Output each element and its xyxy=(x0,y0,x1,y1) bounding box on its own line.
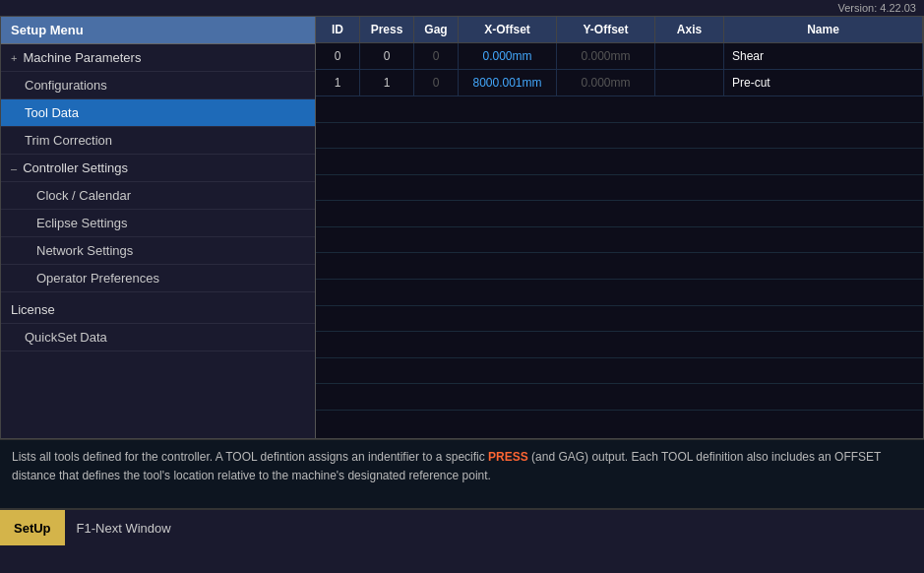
empty-row xyxy=(316,227,923,254)
cell-name-0: Shear xyxy=(724,43,923,69)
empty-row xyxy=(316,149,923,175)
press-highlight: PRESS xyxy=(488,450,528,464)
version-bar: Version: 4.22.03 xyxy=(0,0,924,16)
expand-icon-controller: – xyxy=(11,162,17,174)
cell-id-0: 0 xyxy=(316,43,360,69)
empty-row xyxy=(316,96,923,123)
empty-row xyxy=(316,332,923,358)
sidebar-item-trim-correction[interactable]: Trim Correction xyxy=(1,127,315,155)
col-head-press: Press xyxy=(360,17,414,42)
cell-gag-0: 0 xyxy=(414,43,459,69)
setup-tab[interactable]: SetUp xyxy=(0,510,65,545)
col-head-y-offset: Y-Offset xyxy=(557,17,655,42)
sidebar-header: Setup Menu xyxy=(1,17,315,44)
sidebar-item-eclipse-settings[interactable]: Eclipse Settings xyxy=(1,210,315,237)
content-area: ID Press Gag X-Offset Y-Offset Axis Name… xyxy=(316,17,923,438)
sidebar-item-machine-parameters[interactable]: + Machine Parameters xyxy=(1,44,315,72)
cell-id-1: 1 xyxy=(316,70,360,96)
empty-row xyxy=(316,280,923,306)
sidebar-item-configurations[interactable]: Configurations xyxy=(1,72,315,99)
sidebar-item-controller-settings[interactable]: – Controller Settings xyxy=(1,155,315,182)
table-row[interactable]: 0 0 0 0.000mm 0.000mm Shear xyxy=(316,43,923,70)
table-header: ID Press Gag X-Offset Y-Offset Axis Name xyxy=(316,17,923,43)
description-bar: Lists all tools defined for the controll… xyxy=(0,439,924,508)
description-text: Lists all tools defined for the controll… xyxy=(12,450,881,482)
empty-row xyxy=(316,358,923,385)
sidebar: Setup Menu + Machine Parameters Configur… xyxy=(1,17,316,438)
empty-row xyxy=(316,175,923,202)
cell-yoffset-0: 0.000mm xyxy=(557,43,655,69)
col-head-x-offset: X-Offset xyxy=(459,17,557,42)
status-bar: SetUp F1-Next Window xyxy=(0,508,924,545)
empty-row xyxy=(316,253,923,280)
col-head-axis: Axis xyxy=(655,17,724,42)
cell-press-0: 0 xyxy=(360,43,414,69)
cell-axis-0 xyxy=(655,43,724,69)
empty-row xyxy=(316,384,923,411)
col-head-gag: Gag xyxy=(414,17,459,42)
sidebar-item-clock-calendar[interactable]: Clock / Calendar xyxy=(1,182,315,210)
col-head-name: Name xyxy=(724,17,923,42)
next-window-label: F1-Next Window xyxy=(65,521,183,536)
sidebar-item-quickset-data[interactable]: QuickSet Data xyxy=(1,324,315,351)
sidebar-item-tool-data[interactable]: Tool Data xyxy=(1,99,315,127)
cell-xoffset-1: 8000.001mm xyxy=(459,70,557,96)
cell-yoffset-1: 0.000mm xyxy=(557,70,655,96)
sidebar-item-operator-preferences[interactable]: Operator Preferences xyxy=(1,265,315,292)
empty-row xyxy=(316,201,923,227)
cell-xoffset-0: 0.000mm xyxy=(459,43,557,69)
cell-press-1: 1 xyxy=(360,70,414,96)
sidebar-item-license[interactable]: License xyxy=(1,296,315,324)
col-head-id: ID xyxy=(316,17,360,42)
empty-row xyxy=(316,306,923,333)
empty-row xyxy=(316,123,923,150)
cell-gag-1: 0 xyxy=(414,70,459,96)
cell-axis-1 xyxy=(655,70,724,96)
expand-icon-machine: + xyxy=(11,52,17,64)
sidebar-item-network-settings[interactable]: Network Settings xyxy=(1,237,315,265)
table-row[interactable]: 1 1 0 8000.001mm 0.000mm Pre-cut xyxy=(316,70,923,96)
cell-name-1: Pre-cut xyxy=(724,70,923,96)
